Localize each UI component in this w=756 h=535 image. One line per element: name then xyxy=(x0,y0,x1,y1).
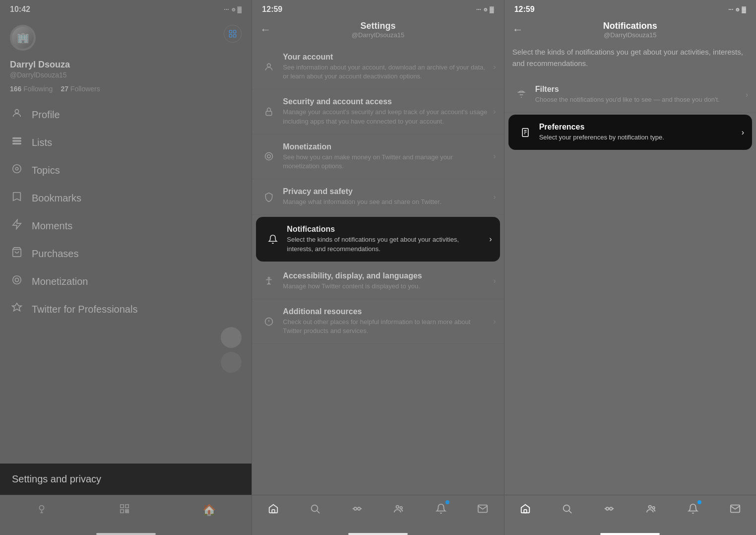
follow-counts: 166 Following 27 Followers xyxy=(0,81,252,99)
settings-back-button[interactable]: ← xyxy=(260,23,271,36)
settings-title: Settings xyxy=(352,21,404,31)
accessibility-icon xyxy=(260,272,278,290)
sidebar-item-bookmarks[interactable]: Bookmarks xyxy=(0,184,252,212)
search-icon-3[interactable] xyxy=(559,500,575,520)
signal-icon-2: ··· xyxy=(476,6,481,13)
notifications-items: Filters Choose the notifications you'd l… xyxy=(504,77,756,495)
status-bar-3: 12:59 ··· ⌾ ▓ xyxy=(504,0,756,17)
svg-point-34 xyxy=(396,506,399,509)
home-icon-2[interactable] xyxy=(265,500,282,520)
notif-item-preferences[interactable]: Preferences Select your preferences by n… xyxy=(508,115,752,150)
topics-icon xyxy=(10,163,24,177)
home-icon-1[interactable]: 🏠 xyxy=(199,501,219,520)
spaces-icon-2[interactable] xyxy=(349,500,366,520)
moments-icon xyxy=(10,219,24,233)
settings-item-notifications[interactable]: Notifications Select the kinds of notifi… xyxy=(256,217,500,261)
time-2: 12:59 xyxy=(262,5,282,14)
topics-label: Topics xyxy=(32,165,60,176)
notifications-icon-2[interactable] xyxy=(433,500,449,520)
purchases-label: Purchases xyxy=(32,248,79,260)
sidebar-item-purchases[interactable]: Purchases xyxy=(0,240,252,268)
panel-notifications: 12:59 ··· ⌾ ▓ ← Notifications @DarrylDso… xyxy=(504,0,756,535)
status-icons-3: ··· ⌾ ▓ xyxy=(728,6,746,13)
home-icon-3[interactable] xyxy=(517,500,534,520)
notifications-description: Select the kinds of notifications you ge… xyxy=(504,45,756,77)
home-indicator-3 xyxy=(600,533,660,535)
lists-icon xyxy=(10,135,24,149)
svg-point-33 xyxy=(358,507,361,510)
settings-item-monetization[interactable]: Monetization See how you can make money … xyxy=(252,134,504,179)
bookmarks-label: Bookmarks xyxy=(32,193,81,204)
notifications-page-subtitle: @DarrylDsouza15 xyxy=(603,31,657,39)
svg-point-25 xyxy=(268,277,270,279)
battery-icon-3: ▓ xyxy=(742,6,746,13)
svg-rect-19 xyxy=(126,512,127,513)
notifications-title-block: Notifications @DarrylDsouza15 xyxy=(603,21,657,39)
spaces-icon-3[interactable] xyxy=(601,500,618,520)
privacy-text: Privacy and safety Manage what informati… xyxy=(278,187,493,206)
bottom-nav-1: 🏠 xyxy=(0,495,252,530)
profile-section: 🏢 xyxy=(0,17,252,57)
battery-icon-2: ▓ xyxy=(490,6,494,13)
settings-and-privacy-button[interactable]: Settings and privacy xyxy=(0,464,252,495)
security-title: Security and account access xyxy=(283,97,488,106)
following-count: 166 Following xyxy=(10,85,53,93)
svg-point-47 xyxy=(610,507,613,510)
lists-label: Lists xyxy=(32,137,52,148)
wifi-icon-2: ⌾ xyxy=(484,6,487,13)
panel-sidebar: 10:42 ··· ⌾ ▓ 🏢 Darryl Dsouza @Da xyxy=(0,0,252,535)
communities-icon-2[interactable] xyxy=(390,500,407,520)
sidebar-item-lists[interactable]: Lists xyxy=(0,129,252,156)
monetization-chevron: › xyxy=(493,152,496,161)
monetization-text: Monetization See how you can make money … xyxy=(278,142,493,171)
settings-item-privacy[interactable]: Privacy and safety Manage what informati… xyxy=(252,179,504,215)
svg-rect-2 xyxy=(230,35,232,37)
filters-title: Filters xyxy=(535,85,741,94)
sidebar-item-twitter-pro[interactable]: Twitter for Professionals xyxy=(0,295,252,323)
notifications-desc: Select the kinds of notifications you ge… xyxy=(287,235,484,253)
svg-rect-18 xyxy=(127,510,129,511)
sidebar-item-profile[interactable]: Profile xyxy=(0,101,252,129)
svg-rect-15 xyxy=(126,505,128,508)
followers-count: 27 Followers xyxy=(61,85,100,93)
settings-subtitle: @DarrylDsouza15 xyxy=(352,31,404,39)
settings-item-accessibility[interactable]: Accessibility, display, and languages Ma… xyxy=(252,264,504,299)
notifications-back-button[interactable]: ← xyxy=(512,23,523,36)
svg-rect-7 xyxy=(13,143,21,144)
messages-icon-2[interactable] xyxy=(474,500,491,520)
additional-icon xyxy=(260,313,278,331)
add-account-button[interactable] xyxy=(224,25,242,43)
security-chevron: › xyxy=(493,107,496,116)
settings-item-your-account[interactable]: Your account See information about your … xyxy=(252,45,504,89)
search-icon-2[interactable] xyxy=(307,500,323,520)
status-bar-1: 10:42 ··· ⌾ ▓ xyxy=(0,0,252,17)
svg-point-46 xyxy=(606,507,609,510)
additional-chevron: › xyxy=(493,317,496,326)
filters-text: Filters Choose the notifications you'd l… xyxy=(530,85,746,104)
notif-item-filters[interactable]: Filters Choose the notifications you'd l… xyxy=(504,77,756,113)
filters-desc: Choose the notifications you'd like to s… xyxy=(535,95,741,104)
notifications-icon-3[interactable] xyxy=(685,500,701,520)
accessibility-title: Accessibility, display, and languages xyxy=(283,271,488,280)
sidebar-item-topics[interactable]: Topics xyxy=(0,156,252,184)
svg-rect-29 xyxy=(272,510,275,513)
messages-icon-3[interactable] xyxy=(727,500,744,520)
svg-rect-43 xyxy=(524,510,527,513)
sidebar-item-monetization[interactable]: Monetization xyxy=(0,268,252,295)
profile-info: Darryl Dsouza @DarrylDsouza15 xyxy=(0,57,252,81)
wifi-icon-3: ⌾ xyxy=(736,6,739,13)
communities-icon-3[interactable] xyxy=(643,500,660,520)
security-text: Security and account access Manage your … xyxy=(278,97,493,126)
svg-rect-22 xyxy=(266,111,272,115)
qr-icon[interactable] xyxy=(116,500,133,520)
bulb-icon[interactable] xyxy=(33,500,50,520)
preferences-text: Preferences Select your preferences by n… xyxy=(534,123,742,142)
filters-icon xyxy=(512,86,530,104)
settings-item-security[interactable]: Security and account access Manage your … xyxy=(252,89,504,134)
svg-point-13 xyxy=(39,506,44,510)
sidebar-item-moments[interactable]: Moments xyxy=(0,212,252,240)
settings-item-additional[interactable]: Additional resources Check out other pla… xyxy=(252,299,504,344)
notifications-header: ← Notifications @DarrylDsouza15 xyxy=(504,17,756,45)
bottom-nav-2 xyxy=(252,495,504,530)
profile-label: Profile xyxy=(32,109,60,121)
